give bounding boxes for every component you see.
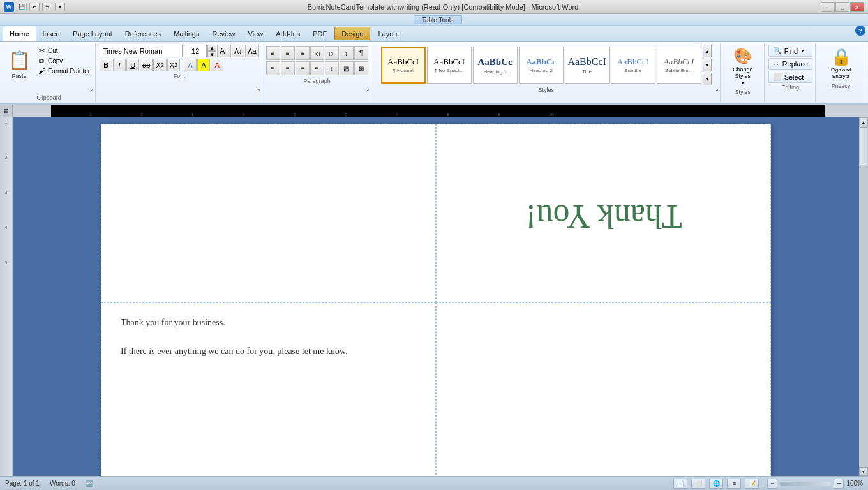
shading-button[interactable]: ▧ (340, 61, 354, 75)
quadrant-top-right[interactable]: Thank You! (436, 124, 771, 302)
change-styles-button[interactable]: 🎨 Change Styles ▼ (724, 45, 761, 87)
font-grow-button[interactable]: A↑ (217, 45, 231, 57)
minimize-button[interactable]: — (821, 2, 835, 12)
decrease-indent-button[interactable]: ◁ (310, 46, 324, 60)
format-painter-button[interactable]: 🖌 Format Painter (34, 66, 93, 75)
increase-indent-button[interactable]: ▷ (325, 46, 339, 60)
font-color-button[interactable]: A (211, 59, 223, 71)
menu-review[interactable]: Review (206, 26, 241, 41)
align-justify-button[interactable]: ≡ (310, 61, 324, 75)
ruler-mark-3: 3 (191, 112, 194, 117)
style-subtitle[interactable]: AaBbCcI Subtitle (611, 47, 655, 84)
menu-mailings[interactable]: Mailings (167, 26, 206, 41)
show-marks-button[interactable]: ¶ (354, 46, 368, 60)
paste-button[interactable]: 📋 Paste (5, 46, 33, 80)
customize-button[interactable]: ▾ (55, 3, 65, 11)
zoom-slider[interactable] (780, 482, 831, 486)
font-name-box[interactable]: Times New Roman (100, 45, 183, 57)
view-print-button[interactable]: 📄 (673, 479, 687, 489)
sign-encrypt-button[interactable]: 🔒 Sign and Encrypt (819, 45, 862, 82)
line-spacing-button[interactable]: ↕ (325, 61, 339, 75)
view-fullscreen-button[interactable]: ⬜ (691, 479, 705, 489)
highlight-button[interactable]: A (197, 59, 210, 71)
body-text-area: Thank you for your business. If there is… (101, 303, 435, 371)
scroll-up-button[interactable]: ▲ (859, 117, 868, 126)
styles-scroll-up[interactable]: ▲ (703, 45, 712, 57)
align-left-button[interactable]: ≡ (266, 61, 280, 75)
style-title[interactable]: AaBbCcI Title (565, 47, 610, 84)
copy-button[interactable]: ⧉ Copy (34, 56, 93, 66)
zoom-in-button[interactable]: + (834, 479, 844, 489)
menu-home[interactable]: Home (3, 26, 36, 41)
menu-addins[interactable]: Add-Ins (269, 26, 306, 41)
find-label: Find (784, 47, 798, 55)
cut-button[interactable]: ✂ Cut (34, 46, 93, 56)
style-title-label: Title (582, 69, 592, 75)
bold-button[interactable]: B (100, 59, 112, 71)
save-button[interactable]: 💾 (17, 3, 27, 11)
menu-design[interactable]: Design (334, 27, 370, 40)
style-normal-preview: AaBbCcI (387, 57, 419, 67)
superscript-button[interactable]: X2 (167, 59, 180, 71)
paste-label: Paste (11, 73, 26, 79)
underline-button[interactable]: U (126, 59, 139, 71)
menu-insert[interactable]: Insert (36, 26, 67, 41)
text-effects-button[interactable]: A (184, 59, 197, 71)
menu-page-layout[interactable]: Page Layout (66, 26, 119, 41)
find-button[interactable]: 🔍 Find ▼ (768, 45, 812, 57)
style-subtle-em[interactable]: AaBbCcI Subtle Em... (657, 47, 701, 84)
ruler-mark-2: 2 (140, 112, 143, 117)
maximize-button[interactable]: □ (835, 2, 849, 12)
replace-button[interactable]: ↔ Replace (768, 58, 812, 70)
ruler-area: ⊞ 1 2 3 4 5 6 7 8 9 10 (0, 105, 868, 117)
styles-scroll-down[interactable]: ▼ (703, 59, 712, 71)
font-size-decrease[interactable]: ▼ (207, 51, 216, 57)
select-button[interactable]: ⬜ Select - (768, 71, 812, 83)
paragraph-expand-icon[interactable]: ↗ (365, 87, 370, 93)
styles-expand-icon[interactable]: ↗ (714, 87, 719, 93)
help-icon[interactable]: ? (855, 26, 865, 36)
font-shrink-button[interactable]: A↓ (232, 45, 244, 57)
menu-view[interactable]: View (242, 26, 270, 41)
quadrant-bottom-left[interactable]: Thank you for your business. If there is… (101, 302, 436, 476)
main-area: 1 2 3 4 5 Thank You! Thank you for your … (0, 117, 868, 476)
close-button[interactable]: ✕ (850, 2, 864, 12)
quadrant-top-left (101, 124, 436, 302)
view-web-button[interactable]: 🌐 (709, 479, 723, 489)
styles-label: Styles (375, 85, 717, 93)
view-draft-button[interactable]: 📝 (745, 479, 759, 489)
style-heading1[interactable]: AaBbCc Heading 1 (473, 47, 518, 84)
sort-button[interactable]: ↕ (340, 46, 354, 60)
redo-button[interactable]: ↪ (42, 3, 52, 11)
page-info: Page: 1 of 1 (5, 480, 40, 487)
subscript-button[interactable]: X2 (153, 59, 166, 71)
change-styles-group-label: Styles (724, 87, 761, 95)
vertical-scrollbar[interactable]: ▲ ▼ (859, 117, 868, 476)
replace-label: Replace (782, 60, 808, 68)
menu-references[interactable]: References (119, 26, 167, 41)
style-heading2[interactable]: AaBbCc Heading 2 (519, 47, 564, 84)
undo-button[interactable]: ↩ (29, 3, 40, 11)
styles-scroll-more[interactable]: ▾ (703, 73, 712, 85)
align-center-button[interactable]: ≡ (281, 61, 295, 75)
style-no-spacing[interactable]: AaBbCcI ¶ No Spaci... (427, 47, 472, 84)
menu-layout[interactable]: Layout (371, 26, 405, 41)
scroll-thumb[interactable] (860, 127, 867, 165)
strikethrough-button[interactable]: ab (140, 59, 153, 71)
zoom-out-button[interactable]: − (767, 479, 777, 489)
font-size-increase[interactable]: ▲ (207, 45, 216, 51)
menu-pdf[interactable]: PDF (306, 26, 333, 41)
style-normal[interactable]: AaBbCcI ¶ Normal (381, 47, 426, 84)
multilevel-button[interactable]: ≡ (296, 46, 310, 60)
clear-format-button[interactable]: Aa (245, 45, 258, 57)
italic-button[interactable]: I (113, 59, 126, 71)
align-right-button[interactable]: ≡ (296, 61, 310, 75)
borders-button[interactable]: ⊞ (354, 61, 368, 75)
scroll-down-button[interactable]: ▼ (859, 467, 868, 476)
clipboard-expand-icon[interactable]: ↗ (89, 87, 94, 93)
view-outline-button[interactable]: ≡ (727, 479, 741, 489)
bullets-button[interactable]: ≡ (266, 46, 280, 60)
numbering-button[interactable]: ≡ (281, 46, 295, 60)
font-size-box[interactable]: 12 (184, 45, 207, 57)
font-expand-icon[interactable]: ↗ (256, 87, 260, 93)
